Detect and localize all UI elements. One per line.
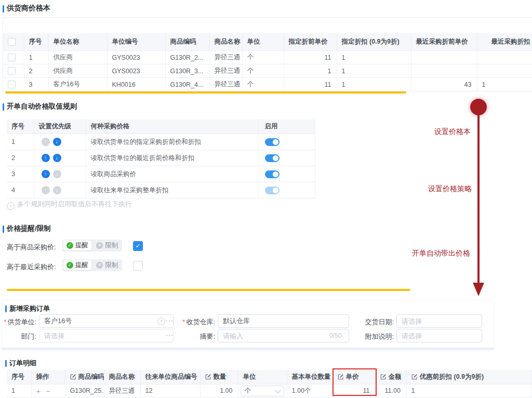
select-all-checkbox[interactable] bbox=[8, 38, 16, 46]
col-seq: 序号 bbox=[7, 120, 34, 134]
move-down-icon[interactable] bbox=[53, 154, 61, 162]
alert-checkbox[interactable] bbox=[133, 241, 143, 251]
enable-toggle[interactable] bbox=[265, 138, 280, 146]
move-up-icon[interactable] bbox=[42, 186, 50, 194]
check-circle-icon bbox=[66, 242, 73, 249]
purchase-order-title: 新增采购订单 bbox=[9, 304, 50, 313]
row-checkbox[interactable] bbox=[8, 81, 16, 88]
check-circle-icon bbox=[66, 262, 73, 269]
cell-recent-price: 43 bbox=[411, 78, 477, 91]
col-product-name: 商品名称 bbox=[209, 33, 242, 51]
chevron-down-icon bbox=[275, 387, 281, 393]
col-enable: 启用 bbox=[258, 120, 315, 134]
edit-icon bbox=[338, 374, 344, 380]
col-quantity: 数量 bbox=[200, 370, 238, 384]
info-icon bbox=[7, 202, 15, 210]
section-accent-bar bbox=[3, 103, 4, 111]
order-header-row: 序号 操作 商品编码 商品名称 往来单位商品编号 数量 单位 基本单位数量 单价… bbox=[7, 370, 532, 384]
rule-row: 1 读取供货单位的指定采购折前价和折扣 bbox=[7, 134, 315, 150]
alert-row-label: 高于商品采购价: bbox=[7, 243, 56, 252]
move-up-icon[interactable] bbox=[42, 170, 50, 178]
cell-rule-desc: 读取商品采购价 bbox=[86, 166, 258, 182]
cell-unit: 个 bbox=[242, 51, 284, 64]
move-down-icon[interactable] bbox=[53, 170, 61, 178]
pricing-rules-title: 开单自动价格取值规则 bbox=[7, 102, 77, 111]
limit-option[interactable]: 限制 bbox=[94, 260, 122, 270]
cell-seq: 4 bbox=[7, 182, 34, 198]
table-row: 1 供应商 GYS0023 G130R_2... 异径三通 个 11 1 bbox=[3, 51, 532, 64]
cell-recent-price bbox=[411, 64, 477, 78]
rules-header-row: 序号 设置优先级 何种采购价格 启用 bbox=[7, 120, 315, 134]
move-up-icon[interactable] bbox=[42, 154, 50, 162]
move-up-icon[interactable] bbox=[42, 138, 50, 146]
cell-seq: 2 bbox=[7, 150, 34, 166]
limit-option[interactable]: 限制 bbox=[94, 241, 122, 250]
warehouse-label: *收货仓库: bbox=[172, 317, 215, 327]
section-accent-bar bbox=[5, 360, 7, 367]
cell-partner-code: 12 bbox=[140, 384, 200, 397]
rule-row: 2 读取供货单位的最近折前价格和折扣 bbox=[7, 150, 315, 166]
clear-icon[interactable] bbox=[157, 317, 165, 325]
additional-note-label: 附加说明: bbox=[352, 332, 394, 341]
edit-icon bbox=[205, 374, 211, 380]
cell-unit-name: 供应商 bbox=[48, 51, 107, 64]
cell-unit-price[interactable]: 11 bbox=[332, 384, 375, 397]
enable-toggle[interactable] bbox=[265, 170, 280, 178]
department-input[interactable] bbox=[39, 329, 174, 342]
required-asterisk: * bbox=[182, 318, 185, 326]
rule-row: 4 读取往来单位采购整单折扣 bbox=[7, 182, 315, 198]
cell-rule-desc: 读取往来单位采购整单折扣 bbox=[86, 182, 258, 198]
enable-toggle[interactable] bbox=[265, 187, 280, 194]
rule-row: 3 读取商品采购价 bbox=[7, 166, 315, 182]
cell-rule-desc: 读取供货单位的指定采购折前价和折扣 bbox=[86, 134, 258, 150]
remind-option[interactable]: 提醒 bbox=[63, 260, 91, 270]
yellow-divider bbox=[7, 289, 410, 291]
col-unit-code: 单位编号 bbox=[107, 33, 165, 51]
additional-note-input[interactable] bbox=[396, 329, 482, 342]
cell-product-name: 异径三通 bbox=[209, 78, 242, 91]
price-book-header-row: 序号 单位名称 单位编号 商品编码 商品名称 单位 指定折前单价 指定折扣 (0… bbox=[3, 33, 532, 51]
cell-unit-code: GYS0023 bbox=[107, 51, 165, 64]
cell-seq: 3 bbox=[7, 166, 34, 182]
edit-icon bbox=[411, 374, 418, 380]
unit-select[interactable]: 个 bbox=[241, 386, 284, 396]
cell-specified-price: 11 bbox=[284, 78, 337, 91]
alert-checkbox[interactable] bbox=[133, 261, 143, 271]
col-seq: 序号 bbox=[7, 370, 31, 384]
cell-specified-discount: 1 bbox=[337, 51, 411, 64]
cell-quantity[interactable]: 1.00 bbox=[200, 384, 238, 397]
order-row: 1 +− G130R_25... 异径三通 12 1.00 个 1.00个 11… bbox=[7, 384, 532, 397]
department-label: 部门: bbox=[1, 332, 36, 341]
delivery-date-input[interactable] bbox=[396, 314, 482, 328]
row-checkbox[interactable] bbox=[8, 54, 16, 61]
cell-recent-discount bbox=[477, 64, 532, 78]
cell-amount[interactable]: 11.00 bbox=[375, 384, 406, 397]
move-down-icon[interactable] bbox=[53, 186, 61, 194]
cell-product-name: 异径三通 bbox=[104, 384, 140, 397]
col-operation: 操作 bbox=[31, 370, 65, 384]
cell-recent-discount: 1 bbox=[477, 78, 532, 91]
supplier-label: *供货单位: bbox=[1, 317, 36, 327]
cell-seq: 1 bbox=[7, 134, 34, 150]
supplier-input[interactable] bbox=[39, 314, 174, 328]
add-row-button[interactable]: + bbox=[36, 387, 41, 395]
section-accent-bar bbox=[5, 306, 7, 312]
edit-icon bbox=[380, 374, 387, 380]
warehouse-input[interactable] bbox=[218, 314, 349, 328]
cell-unit: 个 bbox=[242, 64, 284, 78]
col-product-code: 商品编码 bbox=[165, 33, 209, 51]
remind-option[interactable]: 提醒 bbox=[63, 241, 91, 250]
delivery-date-label: 交货日期: bbox=[352, 317, 394, 327]
order-details-title: 订单明细 bbox=[9, 359, 36, 368]
remove-row-button[interactable]: − bbox=[46, 387, 50, 395]
cell-pre-discount[interactable]: 1 bbox=[406, 384, 532, 397]
enable-toggle[interactable] bbox=[265, 154, 280, 162]
move-down-icon[interactable] bbox=[53, 138, 61, 146]
cell-unit-name: 客户16号 bbox=[48, 78, 107, 91]
annotation-arrow-line bbox=[477, 114, 480, 283]
page: 供货商价格本 序号 单位名称 单位编号 商品编码 商品名称 单位 指定折前单价 … bbox=[0, 0, 532, 398]
row-checkbox[interactable] bbox=[8, 67, 16, 75]
col-priority: 设置优先级 bbox=[34, 120, 86, 134]
col-recent-discount: 最近采购折扣 bbox=[477, 33, 532, 51]
col-unit-price: 单价 bbox=[332, 370, 375, 384]
